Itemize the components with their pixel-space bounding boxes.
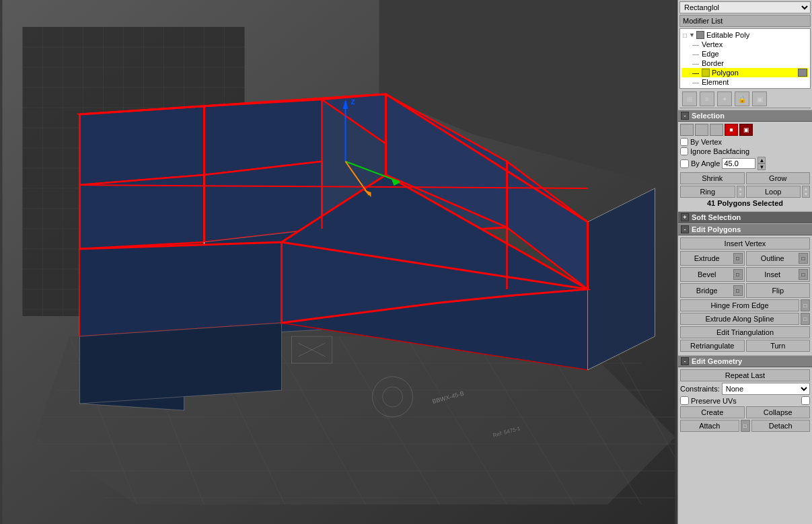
- repeat-last-button[interactable]: Repeat Last: [680, 369, 810, 381]
- svg-marker-61: [80, 323, 282, 404]
- pin-icon[interactable]: ⊞: [682, 91, 697, 106]
- bridge-settings-btn[interactable]: □: [733, 285, 743, 296]
- tree-item-element[interactable]: — Element: [681, 77, 809, 87]
- svg-marker-59: [80, 242, 282, 336]
- tree-item-editable-poly[interactable]: □ ▼ Editable Poly: [681, 30, 809, 40]
- turn-button[interactable]: Turn: [746, 340, 811, 352]
- selection-header-label: Selection: [692, 112, 725, 120]
- modifier-dropdown[interactable]: Rectanglol: [679, 1, 811, 13]
- outline-btn-container: Outline □: [746, 251, 811, 266]
- svg-text:z: z: [351, 97, 355, 106]
- preserve-uvs-row: Preserve UVs: [680, 396, 810, 405]
- angle-spin-up[interactable]: ▲: [758, 157, 766, 163]
- retriangulate-button[interactable]: Retriangulate: [680, 340, 745, 352]
- edit-geometry-label: Edit Geometry: [692, 357, 742, 365]
- bevel-settings-btn[interactable]: □: [733, 269, 743, 280]
- edit-geometry-header[interactable]: - Edit Geometry: [678, 355, 812, 367]
- grow-button[interactable]: Grow: [746, 172, 811, 184]
- edit-polygons-header[interactable]: - Edit Polygons: [678, 223, 812, 235]
- by-angle-row: By Angle ▲ ▼: [680, 157, 810, 170]
- bridge-button[interactable]: Bridge: [682, 285, 732, 296]
- attach-row: Attach □ Detach: [680, 420, 810, 432]
- inset-btn-container: Inset □: [746, 267, 811, 282]
- ignore-backfacing-row: Ignore Backfacing: [680, 147, 810, 155]
- by-angle-checkbox[interactable]: [680, 159, 689, 168]
- angle-spin-down[interactable]: ▼: [758, 163, 766, 170]
- constraints-select[interactable]: None: [722, 383, 810, 395]
- flip-btn-container: Flip: [746, 283, 811, 298]
- ring-spin[interactable]: ▲ ▼: [737, 186, 745, 198]
- hinge-row: Hinge From Edge □: [680, 299, 810, 311]
- ignore-backfacing-checkbox[interactable]: [680, 147, 688, 155]
- constraints-row: Constraints: None: [680, 383, 810, 395]
- extrude-spline-settings-btn[interactable]: □: [801, 313, 810, 325]
- soft-selection-header[interactable]: + Soft Selection: [678, 211, 812, 223]
- toolbar-row: ⊞ ≡ ✦ 🔒 ▣: [679, 90, 811, 108]
- edit-triangulation-button[interactable]: Edit Triangulation: [680, 326, 810, 338]
- shrink-button[interactable]: Shrink: [680, 172, 745, 184]
- element-sel-icon[interactable]: ▣: [739, 124, 753, 136]
- by-vertex-row: By Vertex: [680, 138, 810, 146]
- selection-section-header[interactable]: - Selection: [678, 110, 812, 122]
- extrude-settings-btn[interactable]: □: [733, 253, 743, 264]
- outline-button[interactable]: Outline: [748, 253, 798, 264]
- hinge-from-edge-button[interactable]: Hinge From Edge: [680, 299, 799, 311]
- bridge-btn-container: Bridge □: [680, 283, 745, 298]
- loop-button[interactable]: Loop: [746, 186, 801, 198]
- extrude-btn-container: Extrude □: [680, 251, 745, 266]
- create-button[interactable]: Create: [680, 406, 745, 418]
- modifier-list-label: Modifier List: [679, 15, 811, 27]
- create-collapse-row: Create Collapse: [680, 406, 810, 418]
- polygon-sel-icon[interactable]: ■: [725, 124, 738, 136]
- configure-icon[interactable]: ▣: [752, 91, 767, 106]
- extrude-along-spline-button[interactable]: Extrude Along Spline: [680, 313, 799, 325]
- lock-icon[interactable]: 🔒: [735, 91, 749, 106]
- edit-polygons-content: Insert Vertex Extrude □ Outline □ Bevel …: [678, 235, 812, 355]
- unique-icon[interactable]: ✦: [717, 91, 732, 106]
- vertex-sel-icon[interactable]: ·: [680, 124, 694, 136]
- inset-settings-btn[interactable]: □: [799, 269, 808, 280]
- preserve-uvs-checkbox[interactable]: [680, 396, 689, 405]
- edit-geometry-collapse-btn[interactable]: -: [681, 357, 689, 365]
- inset-button[interactable]: Inset: [748, 269, 798, 280]
- tree-item-border[interactable]: — Border: [681, 59, 809, 68]
- attach-button[interactable]: Attach: [680, 420, 739, 432]
- extrude-outline-row: Extrude □ Outline □: [680, 251, 810, 266]
- edit-polygons-label: Edit Polygons: [692, 225, 741, 233]
- constraints-label: Constraints:: [680, 385, 720, 393]
- tree-item-edge[interactable]: — Edge: [681, 49, 809, 59]
- bevel-btn-container: Bevel □: [680, 267, 745, 282]
- hinge-settings-btn[interactable]: □: [801, 299, 810, 311]
- svg-marker-44: [80, 106, 205, 185]
- stack-icon[interactable]: ≡: [700, 91, 714, 106]
- soft-selection-collapse-btn[interactable]: +: [681, 213, 689, 221]
- ring-loop-row: Ring ▲ ▼ Loop ▲ ▼: [680, 186, 810, 198]
- bridge-flip-row: Bridge □ Flip: [680, 283, 810, 298]
- extrude-button[interactable]: Extrude: [682, 253, 732, 264]
- modifier-tree: □ ▼ Editable Poly — Vertex — Edge — Bord…: [679, 28, 811, 89]
- ring-button[interactable]: Ring: [680, 186, 735, 198]
- collapse-button[interactable]: Collapse: [746, 406, 811, 418]
- selection-content: · ⟋ ○ ■ ▣ By Vertex Ignore Backfacing By…: [678, 122, 812, 211]
- insert-vertex-button[interactable]: Insert Vertex: [680, 237, 810, 250]
- detach-button[interactable]: Detach: [751, 420, 811, 432]
- border-sel-icon[interactable]: ○: [710, 124, 723, 136]
- tree-item-polygon[interactable]: — Polygon: [681, 68, 809, 77]
- extrude-spline-row: Extrude Along Spline □: [680, 313, 810, 325]
- preserve-uvs-label: Preserve UVs: [691, 397, 737, 405]
- tree-item-vertex[interactable]: — Vertex: [681, 40, 809, 49]
- preserve-uvs-checkbox2[interactable]: [801, 396, 810, 405]
- bevel-inset-row: Bevel □ Inset □: [680, 267, 810, 282]
- selection-status: 41 Polygons Selected: [680, 199, 810, 207]
- loop-spin[interactable]: ▲ ▼: [802, 186, 810, 198]
- bevel-button[interactable]: Bevel: [682, 269, 732, 280]
- angle-value-input[interactable]: [722, 158, 755, 169]
- attach-settings-btn[interactable]: □: [741, 420, 750, 432]
- edge-sel-icon[interactable]: ⟋: [695, 124, 708, 136]
- edit-polygons-collapse-btn[interactable]: -: [681, 225, 689, 233]
- outline-settings-btn[interactable]: □: [799, 253, 808, 264]
- flip-button[interactable]: Flip: [748, 285, 809, 296]
- by-vertex-checkbox[interactable]: [680, 138, 688, 146]
- selection-collapse-btn[interactable]: -: [681, 112, 689, 120]
- viewport[interactable]: z BBWX-45-B Ref: 5475-1: [0, 0, 677, 524]
